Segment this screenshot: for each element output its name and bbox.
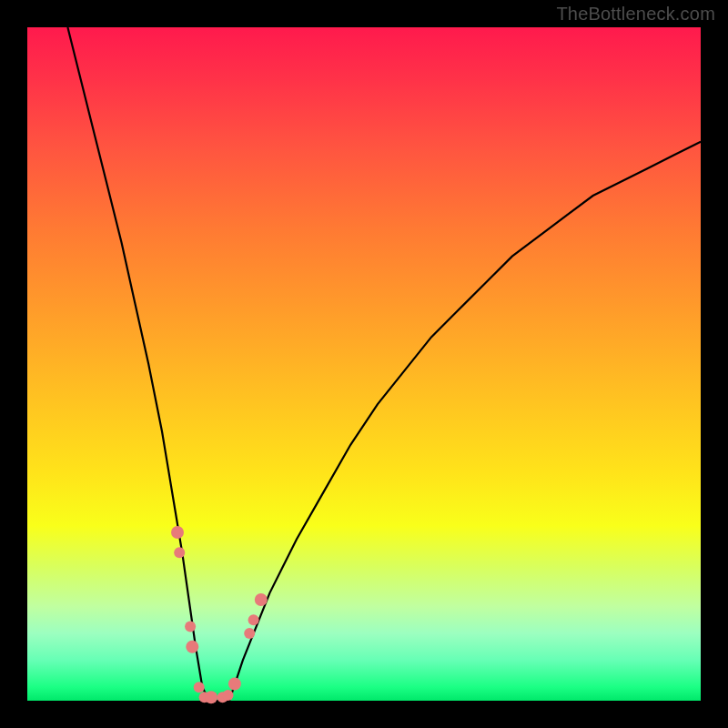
data-point <box>205 691 217 703</box>
data-point <box>194 682 205 693</box>
chart-frame: TheBottleneck.com <box>0 0 728 728</box>
data-point <box>223 690 234 701</box>
data-point <box>171 526 184 539</box>
data-points-group <box>171 526 268 703</box>
data-point <box>185 622 196 632</box>
bottleneck-curve-svg <box>27 27 701 701</box>
data-point <box>248 614 259 625</box>
data-point <box>255 593 268 606</box>
plot-area <box>27 27 701 701</box>
data-point <box>174 547 185 558</box>
watermark-text: TheBottleneck.com <box>556 4 715 25</box>
data-point <box>228 678 241 691</box>
data-point <box>186 641 198 653</box>
bottleneck-curve <box>67 27 701 701</box>
data-point <box>244 628 255 639</box>
